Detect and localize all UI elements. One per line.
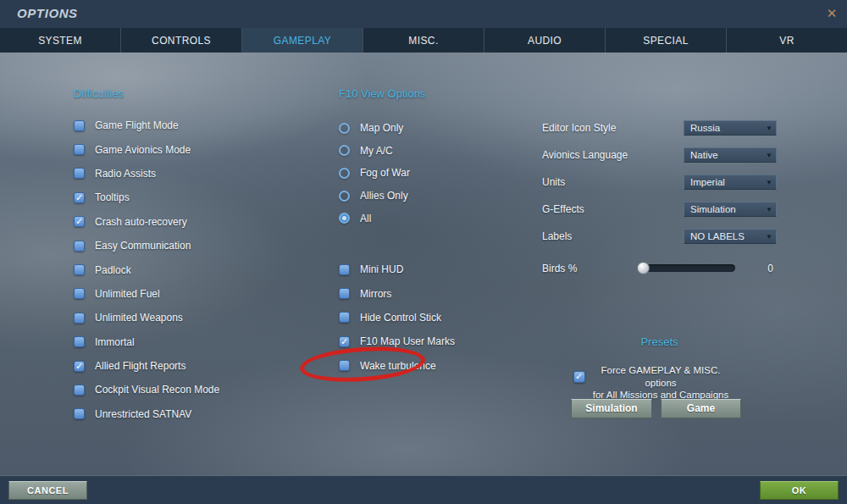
checkbox-label: Game Flight Mode <box>95 119 179 131</box>
units-dropdown[interactable]: Imperial▼ <box>684 174 777 190</box>
close-icon[interactable]: ✕ <box>823 5 840 22</box>
tab-gameplay[interactable]: GAMEPLAY <box>242 28 363 53</box>
f10-checkbox-list: Mini HUD Mirrors Hide Control Stick F10 … <box>339 258 455 378</box>
checkbox-icon <box>74 241 85 252</box>
page-title: OPTIONS <box>17 6 78 20</box>
checkbox-wake-turbulence[interactable]: Wake turbulence <box>339 354 455 378</box>
checkbox-label: Force GAMEPLAY & MISC. options for All M… <box>584 364 737 402</box>
setting-label: Birds % <box>542 263 577 274</box>
g-effects-dropdown[interactable]: Simulation▼ <box>684 202 777 217</box>
checkbox-radio-assists[interactable]: Radio Assists <box>74 162 219 186</box>
radio-icon <box>339 123 350 134</box>
checkbox-icon <box>74 313 85 324</box>
checkbox-immortal[interactable]: Immortal <box>74 330 219 354</box>
birds-slider[interactable] <box>638 264 735 272</box>
preset-buttons: Simulation Game <box>542 399 777 418</box>
checkbox-label: Crash auto-recovery <box>95 216 187 228</box>
radio-label: Allies Only <box>360 190 408 202</box>
checkbox-label: Allied Flight Reports <box>95 360 185 372</box>
dropdown-value: NO LABELS <box>690 231 745 241</box>
content-area: Difficulties Game Flight Mode Game Avion… <box>0 53 847 476</box>
checkbox-hide-control-stick[interactable]: Hide Control Stick <box>339 306 455 330</box>
checkbox-icon <box>339 264 350 275</box>
tab-system[interactable]: SYSTEM <box>0 28 121 53</box>
checkbox-label: Unlimited Fuel <box>95 288 160 300</box>
checkbox-icon <box>74 385 85 396</box>
tab-vr[interactable]: VR <box>727 28 847 53</box>
difficulties-list: Game Flight Mode Game Avionics Mode Radi… <box>74 114 219 426</box>
setting-label: Avionics Language <box>542 149 628 161</box>
checkbox-unrestricted-satnav[interactable]: Unrestricted SATNAV <box>74 402 219 426</box>
setting-label: Labels <box>542 230 572 242</box>
tab-bar: SYSTEM CONTROLS GAMEPLAY MISC. AUDIO SPE… <box>0 28 847 53</box>
tab-misc[interactable]: MISC. <box>363 28 484 53</box>
slider-handle[interactable] <box>637 262 650 274</box>
setting-label: Units <box>542 176 565 188</box>
chevron-down-icon: ▼ <box>766 122 772 136</box>
checkbox-padlock[interactable]: Padlock <box>74 258 219 281</box>
checkbox-allied-flight-reports[interactable]: Allied Flight Reports <box>74 354 219 378</box>
checkbox-icon <box>339 312 350 323</box>
setting-label: Editor Icon Style <box>542 122 616 134</box>
labels-dropdown[interactable]: NO LABELS▼ <box>684 229 777 244</box>
checkbox-icon <box>74 408 85 419</box>
checkbox-label: Cockpit Visual Recon Mode <box>95 384 219 396</box>
checkbox-label: Tooltips <box>95 191 130 203</box>
radio-map-only[interactable]: Map Only <box>339 117 410 140</box>
radio-icon <box>339 145 350 156</box>
checkbox-easy-communication[interactable]: Easy Communication <box>74 234 219 258</box>
radio-all[interactable]: All <box>339 207 410 230</box>
chevron-down-icon: ▼ <box>766 176 772 190</box>
tab-special[interactable]: SPECIAL <box>606 28 727 53</box>
ok-button[interactable]: OK <box>760 481 839 500</box>
checkbox-label: Unrestricted SATNAV <box>95 408 191 420</box>
checkbox-unlimited-fuel[interactable]: Unlimited Fuel <box>74 282 219 306</box>
f10-view-options-header: F10 View Options <box>339 87 425 100</box>
setting-label: G-Effects <box>542 203 584 215</box>
checkbox-label: Immortal <box>95 336 135 348</box>
tab-audio[interactable]: AUDIO <box>484 28 606 53</box>
checkbox-icon <box>74 144 85 155</box>
cancel-button[interactable]: CANCEL <box>8 481 87 500</box>
checkbox-icon <box>74 216 85 227</box>
dropdown-value: Russia <box>690 123 720 133</box>
radio-icon <box>339 213 350 224</box>
checkbox-mini-hud[interactable]: Mini HUD <box>339 258 455 281</box>
checkbox-icon <box>74 361 85 372</box>
checkbox-icon <box>74 288 85 299</box>
radio-my-ac[interactable]: My A/C <box>339 140 410 163</box>
title-bar: OPTIONS ✕ <box>0 0 847 28</box>
checkbox-icon <box>74 264 85 275</box>
setting-row-editor-icon-style: Editor Icon Style Russia▼ <box>542 120 777 136</box>
radio-label: My A/C <box>360 145 393 157</box>
checkbox-label: Padlock <box>95 264 131 276</box>
presets-section: Presets Force GAMEPLAY & MISC. options f… <box>542 335 777 348</box>
radio-allies-only[interactable]: Allies Only <box>339 185 410 208</box>
checkbox-label: Game Avionics Mode <box>95 144 191 156</box>
chevron-down-icon: ▼ <box>766 230 772 244</box>
editor-icon-style-dropdown[interactable]: Russia▼ <box>684 120 777 136</box>
difficulties-header: Difficulties <box>74 87 124 100</box>
checkbox-mirrors[interactable]: Mirrors <box>339 281 455 305</box>
checkbox-f10-map-user-marks[interactable]: F10 Map User Marks <box>339 330 455 353</box>
setting-row-labels: Labels NO LABELS▼ <box>542 229 777 244</box>
checkbox-game-flight-mode[interactable]: Game Flight Mode <box>74 114 219 137</box>
checkbox-icon <box>339 336 350 347</box>
checkbox-crash-auto-recovery[interactable]: Crash auto-recovery <box>74 210 219 234</box>
checkbox-icon <box>74 168 85 179</box>
tab-controls[interactable]: CONTROLS <box>121 28 242 53</box>
checkbox-label: Wake turbulence <box>360 360 436 372</box>
checkbox-label: Hide Control Stick <box>360 312 441 324</box>
checkbox-label: F10 Map User Marks <box>360 335 455 347</box>
checkbox-cockpit-visual-recon-mode[interactable]: Cockpit Visual Recon Mode <box>74 378 219 402</box>
checkbox-icon <box>573 371 585 383</box>
radio-fog-of-war[interactable]: Fog of War <box>339 162 410 185</box>
checkbox-tooltips[interactable]: Tooltips <box>74 186 219 209</box>
game-preset-button[interactable]: Game <box>661 399 741 418</box>
slider-value: 0 <box>767 263 773 274</box>
checkbox-game-avionics-mode[interactable]: Game Avionics Mode <box>74 137 219 161</box>
checkbox-unlimited-weapons[interactable]: Unlimited Weapons <box>74 306 219 330</box>
checkbox-label: Radio Assists <box>95 168 156 180</box>
simulation-preset-button[interactable]: Simulation <box>571 399 652 418</box>
avionics-language-dropdown[interactable]: Native▼ <box>684 147 777 163</box>
